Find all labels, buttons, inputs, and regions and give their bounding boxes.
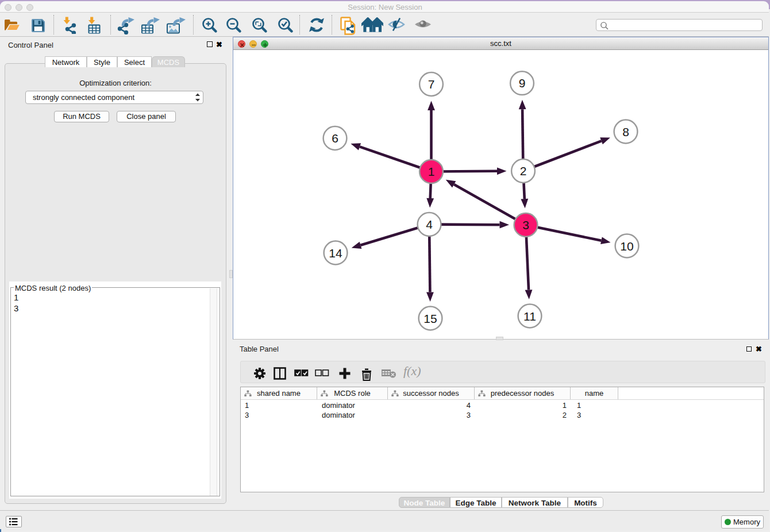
svg-text:2: 2 — [520, 164, 527, 178]
svg-text:11: 11 — [523, 310, 536, 323]
svg-text:15: 15 — [424, 312, 437, 325]
svg-text:8: 8 — [622, 125, 629, 138]
svg-text:6: 6 — [332, 132, 338, 145]
svg-text:7: 7 — [428, 78, 435, 91]
svg-text:4: 4 — [426, 218, 433, 231]
svg-text:14: 14 — [329, 246, 342, 260]
svg-text:1: 1 — [428, 165, 435, 178]
svg-text:9: 9 — [519, 76, 526, 90]
svg-text:10: 10 — [620, 240, 633, 253]
svg-text:3: 3 — [522, 218, 529, 232]
